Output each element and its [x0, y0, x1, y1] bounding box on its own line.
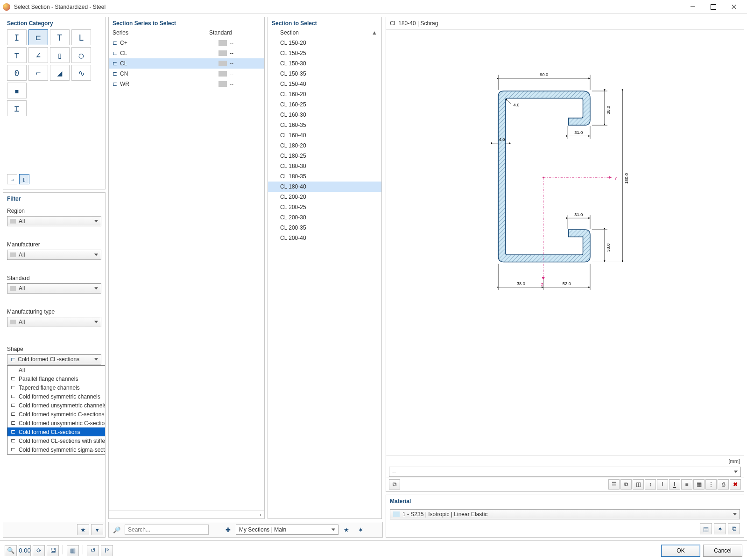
section-row[interactable]: CL 200-35: [268, 223, 381, 233]
category-solid-oval[interactable]: 0: [7, 65, 27, 81]
library-icon[interactable]: ▤: [700, 523, 712, 534]
section-row[interactable]: CL 160-25: [268, 99, 381, 110]
window-minimize-button[interactable]: [683, 0, 703, 14]
region-combo[interactable]: All: [7, 216, 101, 226]
series-list[interactable]: ⊏C+--⊏CL--⊏CL--⊏CN--⊏WR--: [109, 38, 264, 510]
category-l-bent[interactable]: ⌐: [28, 65, 48, 81]
category-i-section[interactable]: I: [7, 29, 27, 45]
section-row[interactable]: CL 160-40: [268, 130, 381, 140]
preview-section-props-icon[interactable]: ⧉: [389, 479, 400, 490]
shape-option[interactable]: ⊏Cold formed unsymmetric channels: [7, 401, 105, 410]
section-row[interactable]: CL 150-25: [268, 48, 381, 58]
category-hollow-rect[interactable]: ▯: [50, 47, 70, 63]
manuf-type-combo[interactable]: All: [7, 317, 101, 327]
section-row[interactable]: CL 160-35: [268, 120, 381, 130]
thinwalled-icon[interactable]: ◫: [633, 479, 644, 490]
window-close-button[interactable]: [724, 0, 744, 14]
series-row[interactable]: ⊏WR--: [109, 79, 264, 89]
section-row[interactable]: CL 180-30: [268, 161, 381, 171]
category-z-section[interactable]: ∠: [28, 47, 48, 63]
mysections-combo[interactable]: My Sections | Main: [236, 525, 338, 535]
principal-icon[interactable]: I: [657, 479, 668, 490]
shape-dropdown-list[interactable]: All⊏Parallel flange channels⊏Tapered fla…: [7, 365, 105, 455]
section-row[interactable]: CL 200-20: [268, 192, 381, 202]
dim-icon[interactable]: I̲: [669, 479, 680, 490]
favorite-filter-icon[interactable]: ★: [77, 524, 89, 535]
category-angle-section[interactable]: L: [71, 29, 91, 45]
section-row[interactable]: CL 150-35: [268, 69, 381, 79]
section-row[interactable]: CL 200-25: [268, 202, 381, 212]
series-row[interactable]: ⊏CN--: [109, 69, 264, 79]
edit-material-icon[interactable]: ⧉: [728, 523, 740, 534]
new-material-icon[interactable]: ✶: [714, 523, 726, 534]
category-rail[interactable]: ◢: [50, 65, 70, 81]
stresses-icon[interactable]: ⧉: [620, 479, 632, 490]
series-col-series[interactable]: Series: [113, 29, 209, 36]
shape-option[interactable]: ⊏Cold formed unsymmetric C-sections: [7, 419, 105, 427]
category-hollow-round[interactable]: ○: [71, 47, 91, 63]
section-row[interactable]: CL 200-30: [268, 212, 381, 223]
units-tool-icon[interactable]: 0.00: [19, 545, 31, 556]
section-row[interactable]: CL 150-40: [268, 79, 381, 89]
add-section-icon[interactable]: ✚: [222, 524, 234, 535]
standard-combo[interactable]: All: [7, 283, 101, 294]
print-icon[interactable]: ⎙: [718, 479, 729, 490]
shape-option[interactable]: ⊏Parallel flange channels: [7, 374, 105, 383]
material-combo[interactable]: 1 - S235 | Isotropic | Linear Elastic: [390, 509, 740, 519]
series-row[interactable]: ⊏CL--: [109, 48, 264, 58]
filter-funnel-icon[interactable]: ▾: [91, 524, 103, 535]
preview-info-combo[interactable]: --: [389, 467, 741, 477]
reset-tool-icon[interactable]: ↺: [87, 545, 99, 556]
copy-tool-icon[interactable]: ▥: [67, 545, 79, 556]
section-row[interactable]: CL 180-20: [268, 140, 381, 151]
manufacturer-combo[interactable]: All: [7, 250, 101, 260]
subcat-thin-walled-off[interactable]: ▫: [7, 174, 17, 184]
shape-option[interactable]: ⊏Cold formed symmetric channels: [7, 392, 105, 401]
search-tool-icon[interactable]: 🔍: [5, 545, 17, 556]
section-list[interactable]: CL 150-20CL 150-25CL 150-30CL 150-35CL 1…: [268, 38, 381, 518]
values-icon[interactable]: ☰: [608, 479, 620, 490]
section-row[interactable]: CL 180-40: [268, 182, 381, 192]
shape-option[interactable]: All: [7, 366, 105, 374]
search-mode-icon[interactable]: 🔎: [111, 524, 123, 535]
section-props-icon[interactable]: Iᵇ: [101, 545, 113, 556]
shape-combo[interactable]: ⊏Cold formed CL-sections: [7, 354, 101, 364]
save-tool-icon[interactable]: 🖫: [47, 545, 59, 556]
series-col-standard[interactable]: Standard: [209, 29, 261, 36]
section-row[interactable]: CL 180-25: [268, 151, 381, 161]
shape-option[interactable]: ⊏Cold formed CL-sections with stiffened …: [7, 436, 105, 445]
axes-icon[interactable]: ↕: [645, 479, 656, 490]
search-input[interactable]: [125, 525, 209, 535]
section-row[interactable]: CL 150-30: [268, 58, 381, 69]
category-double-t-section[interactable]: ⊤: [7, 47, 27, 63]
mysections-new-icon[interactable]: ✶: [354, 524, 366, 535]
subcat-thin-walled-on[interactable]: ▯: [19, 174, 29, 184]
section-sort-icon[interactable]: ▲: [371, 29, 378, 36]
category-t-section[interactable]: T: [50, 29, 70, 45]
series-row[interactable]: ⊏CL--: [109, 58, 264, 69]
dim-lines-icon[interactable]: ≡: [681, 479, 692, 490]
window-maximize-button[interactable]: [703, 0, 724, 14]
section-row[interactable]: CL 150-20: [268, 38, 381, 48]
legend-icon[interactable]: ⋮: [705, 479, 717, 490]
shape-option[interactable]: ⊏Cold formed symmetric C-sections: [7, 410, 105, 419]
ok-button[interactable]: OK: [661, 545, 700, 557]
clear-icon[interactable]: ✖: [730, 479, 741, 490]
preview-area[interactable]: y z: [386, 30, 744, 455]
category-built-up[interactable]: ⌶: [7, 100, 27, 116]
shape-option[interactable]: ⊏Cold formed CL-sections: [7, 427, 105, 436]
refresh-tool-icon[interactable]: ⟳: [33, 545, 45, 556]
cancel-button[interactable]: Cancel: [703, 545, 742, 557]
section-row[interactable]: CL 200-40: [268, 233, 381, 243]
category-corrugated[interactable]: ∿: [71, 65, 91, 81]
grid-icon[interactable]: ▦: [693, 479, 705, 490]
shape-option[interactable]: ⊏Tapered flange channels: [7, 383, 105, 392]
section-row[interactable]: CL 180-35: [268, 171, 381, 182]
category-solid-bar[interactable]: ▪: [7, 83, 27, 98]
mysections-star-icon[interactable]: ★: [340, 524, 352, 535]
section-row[interactable]: CL 160-30: [268, 110, 381, 120]
series-row[interactable]: ⊏C+--: [109, 38, 264, 48]
section-row[interactable]: CL 160-20: [268, 89, 381, 99]
shape-option[interactable]: ⊏Cold formed symmetric sigma-sections: [7, 445, 105, 454]
series-scroll-right-icon[interactable]: ›: [260, 511, 261, 518]
